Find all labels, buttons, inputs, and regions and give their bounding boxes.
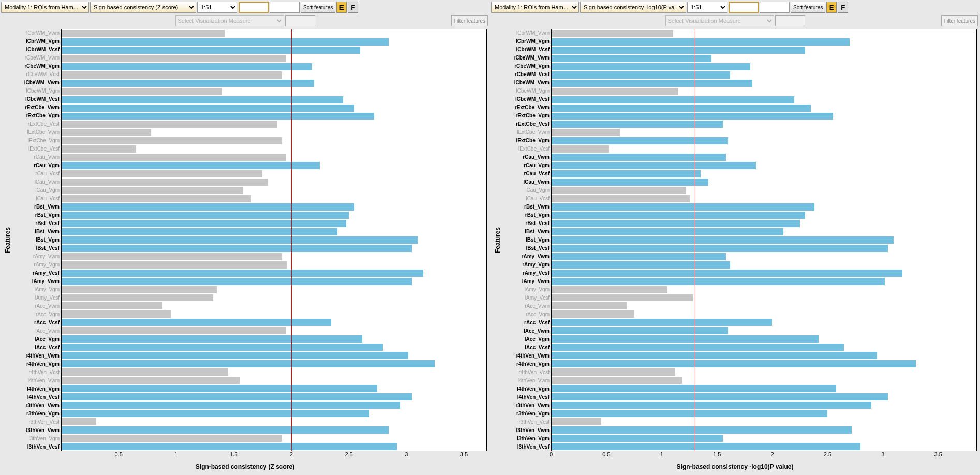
bar[interactable] — [552, 30, 673, 37]
sort-features-button[interactable]: Sort features — [301, 2, 335, 13]
bar[interactable] — [62, 80, 314, 87]
bar[interactable] — [62, 278, 412, 285]
bar[interactable] — [552, 435, 723, 442]
bar[interactable] — [552, 203, 814, 211]
bar[interactable] — [552, 162, 756, 169]
bar[interactable] — [62, 360, 435, 367]
bar[interactable] — [62, 88, 222, 95]
bar[interactable] — [62, 154, 286, 161]
bar[interactable] — [552, 344, 844, 351]
bar[interactable] — [552, 228, 783, 235]
bar[interactable] — [62, 236, 418, 244]
bar[interactable] — [62, 220, 346, 227]
modality-select[interactable]: Modality 1: ROIs from Ham... — [1, 2, 89, 13]
range-select[interactable]: 1:51 — [687, 2, 727, 13]
bar[interactable] — [62, 47, 360, 54]
plot-left[interactable] — [61, 29, 487, 451]
bar[interactable] — [552, 170, 701, 177]
e-button[interactable]: E — [336, 2, 347, 13]
bar[interactable] — [552, 187, 686, 194]
bar[interactable] — [62, 294, 213, 302]
bar[interactable] — [552, 63, 750, 70]
bar[interactable] — [552, 236, 894, 244]
bar[interactable] — [552, 368, 675, 376]
bar[interactable] — [62, 270, 423, 277]
bar[interactable] — [62, 352, 408, 359]
bar[interactable] — [552, 360, 916, 367]
bar[interactable] — [552, 385, 836, 392]
bar[interactable] — [62, 377, 240, 384]
f-button[interactable]: F — [348, 2, 358, 13]
bar[interactable] — [552, 47, 805, 54]
bar[interactable] — [552, 393, 888, 400]
bar[interactable] — [552, 402, 871, 409]
bar[interactable] — [552, 310, 634, 318]
bar[interactable] — [552, 137, 728, 144]
bar[interactable] — [552, 418, 601, 425]
bar[interactable] — [62, 179, 268, 186]
bar[interactable] — [62, 344, 383, 351]
bar[interactable] — [552, 145, 609, 153]
bar[interactable] — [62, 426, 389, 434]
f-button[interactable]: F — [838, 2, 848, 13]
bar[interactable] — [62, 212, 349, 219]
bar[interactable] — [552, 253, 726, 260]
bar[interactable] — [62, 145, 136, 153]
bar[interactable] — [552, 88, 678, 95]
bar[interactable] — [552, 129, 620, 136]
bar[interactable] — [62, 129, 151, 136]
bar[interactable] — [62, 335, 362, 343]
e-button[interactable]: E — [826, 2, 837, 13]
bar[interactable] — [552, 278, 885, 285]
bar[interactable] — [552, 96, 794, 103]
bar[interactable] — [552, 55, 711, 62]
bar[interactable] — [62, 286, 217, 293]
bar[interactable] — [62, 228, 337, 235]
bar[interactable] — [552, 71, 730, 79]
bar[interactable] — [552, 319, 772, 326]
bar[interactable] — [62, 443, 397, 450]
modality-select[interactable]: Modality 1: ROIs from Ham... — [491, 2, 579, 13]
bar[interactable] — [62, 253, 282, 260]
input-a[interactable] — [729, 2, 759, 13]
bar[interactable] — [62, 63, 312, 70]
bar[interactable] — [62, 435, 282, 442]
bar[interactable] — [552, 294, 693, 302]
bar[interactable] — [552, 327, 728, 334]
bar[interactable] — [62, 310, 171, 318]
bar[interactable] — [62, 368, 228, 376]
bar[interactable] — [552, 220, 800, 227]
bar[interactable] — [62, 327, 286, 334]
bar[interactable] — [552, 195, 690, 202]
bar[interactable] — [62, 96, 343, 103]
bar[interactable] — [62, 402, 400, 409]
bar[interactable] — [62, 245, 412, 252]
bar[interactable] — [552, 286, 667, 293]
bar[interactable] — [62, 137, 282, 144]
bar[interactable] — [62, 385, 377, 392]
bar[interactable] — [62, 55, 286, 62]
bar[interactable] — [62, 113, 374, 120]
bar[interactable] — [62, 71, 282, 79]
bar[interactable] — [62, 162, 320, 169]
bar[interactable] — [62, 105, 354, 112]
bar[interactable] — [552, 443, 860, 450]
bar[interactable] — [552, 377, 682, 384]
bar[interactable] — [552, 270, 902, 277]
bar[interactable] — [552, 426, 852, 434]
bar[interactable] — [552, 335, 819, 343]
bar[interactable] — [62, 195, 251, 202]
bar[interactable] — [552, 410, 827, 417]
bar[interactable] — [552, 80, 752, 87]
range-select[interactable]: 1:51 — [197, 2, 237, 13]
bar[interactable] — [552, 121, 723, 128]
bar[interactable] — [552, 105, 811, 112]
plot-right[interactable] — [551, 29, 977, 451]
bar[interactable] — [552, 179, 708, 186]
input-a[interactable] — [239, 2, 269, 13]
bar[interactable] — [62, 187, 243, 194]
input-b[interactable] — [760, 2, 790, 13]
bar[interactable] — [62, 121, 277, 128]
metric-select[interactable]: Sign-based consistency -log10(P val... — [580, 2, 686, 13]
bar[interactable] — [552, 261, 730, 269]
